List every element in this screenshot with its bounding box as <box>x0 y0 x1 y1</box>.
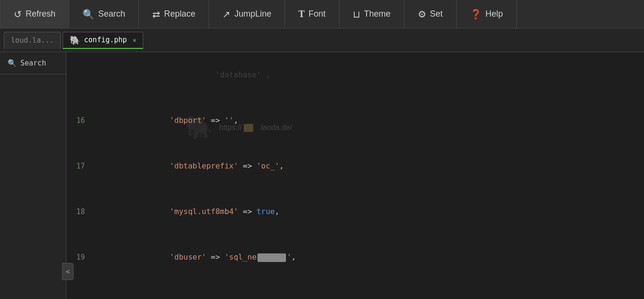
font-button[interactable]: T Font <box>285 0 339 28</box>
sidebar-search-icon: 🔍 <box>8 59 17 67</box>
sidebar: 🔍 Search < <box>0 52 66 299</box>
table-row: 20 'dbpassword' => 'hGK', <box>66 280 644 299</box>
sidebar-search-label: Search <box>20 59 46 67</box>
code-lines: 'database' , 16 'dbport' => '', 17 'dbta… <box>66 52 644 299</box>
search-button[interactable]: 🔍 Search <box>69 0 139 28</box>
refresh-icon: ↺ <box>14 9 22 20</box>
tab-config-php[interactable]: 🐘 config.php ✕ <box>63 32 143 49</box>
help-icon: ❓ <box>470 9 482 20</box>
settings-icon: ⚙ <box>418 9 426 20</box>
font-icon: T <box>298 9 304 19</box>
refresh-button[interactable]: ↺ Refresh <box>0 0 69 28</box>
jumpline-button[interactable]: ↗ JumpLine <box>209 0 285 28</box>
tab-inactive-label: loud.la... <box>11 36 54 45</box>
search-icon: 🔍 <box>83 9 94 20</box>
main-area: 🔍 Search < 🐘 https:// ██ .laoda.de/ 'dat… <box>0 52 644 299</box>
theme-button[interactable]: ⊔ Theme <box>340 0 405 28</box>
table-row: 16 'dbport' => '', <box>66 98 644 143</box>
table-row: 19 'dbuser' => 'sql_ne', <box>66 234 644 280</box>
jumpline-icon: ↗ <box>222 9 230 20</box>
table-row: 17 'dbtableprefix' => 'oc_', <box>66 143 644 189</box>
toolbar: ↺ Refresh 🔍 Search ⇄ Replace ↗ JumpLine … <box>0 0 644 28</box>
replace-button[interactable]: ⇄ Replace <box>139 0 209 28</box>
table-row: 'database' , <box>66 52 644 98</box>
set-button[interactable]: ⚙ Set <box>405 0 457 28</box>
tab-close-button[interactable]: ✕ <box>133 37 137 44</box>
redacted-value <box>258 253 286 262</box>
theme-icon: ⊔ <box>353 9 360 20</box>
chevron-left-icon: < <box>66 268 70 275</box>
sidebar-collapse-button[interactable]: < <box>62 263 74 280</box>
replace-icon: ⇄ <box>152 9 160 20</box>
help-button[interactable]: ❓ Help <box>457 0 517 28</box>
tabbar: loud.la... 🐘 config.php ✕ <box>0 28 644 52</box>
tab-inactive[interactable]: loud.la... <box>4 32 61 49</box>
elephant-icon: 🐘 <box>70 35 80 45</box>
table-row: 18 'mysql.utf8mb4' => true, <box>66 189 644 234</box>
code-editor[interactable]: 🐘 https:// ██ .laoda.de/ 'database' , 16 <box>66 52 644 299</box>
tab-active-label: config.php <box>84 36 127 44</box>
sidebar-search-button[interactable]: 🔍 Search <box>0 52 66 75</box>
